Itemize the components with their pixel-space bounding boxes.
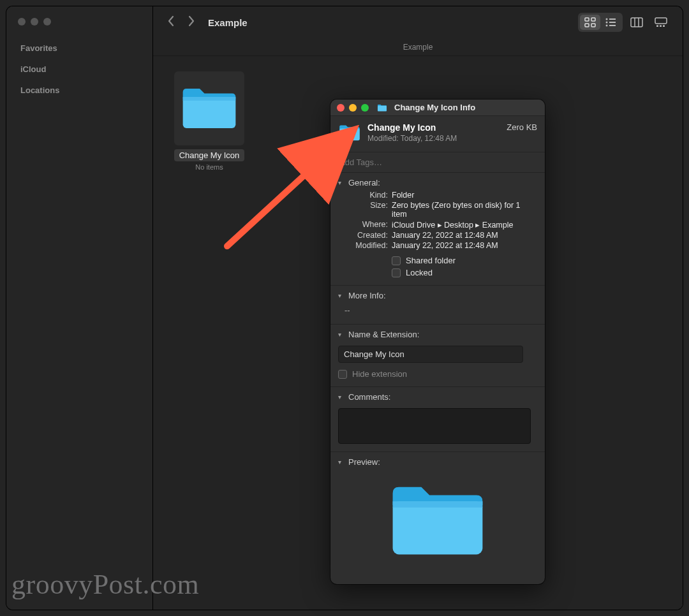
sidebar-heading-icloud[interactable]: iCloud bbox=[6, 61, 152, 82]
view-controls bbox=[578, 13, 671, 32]
window-controls bbox=[6, 15, 152, 40]
column-view-button[interactable] bbox=[626, 15, 647, 30]
svg-point-4 bbox=[606, 18, 608, 20]
shared-folder-row[interactable]: Shared folder bbox=[392, 256, 537, 265]
folder-icon bbox=[174, 71, 244, 145]
svg-rect-5 bbox=[609, 18, 616, 20]
chevron-down-icon: ▾ bbox=[338, 393, 344, 400]
titlebar-folder-icon bbox=[377, 103, 387, 112]
path-item[interactable]: Example bbox=[403, 43, 433, 52]
back-button[interactable] bbox=[165, 15, 177, 30]
section-comments-header[interactable]: ▾ Comments: bbox=[338, 392, 537, 404]
created-value: January 22, 2022 at 12:48 AM bbox=[392, 231, 537, 240]
svg-rect-16 bbox=[663, 26, 665, 27]
toolbar: Example bbox=[153, 6, 683, 38]
svg-point-8 bbox=[606, 25, 608, 27]
name-extension-input[interactable] bbox=[338, 346, 523, 363]
gallery-view-button[interactable] bbox=[651, 15, 671, 30]
where-value: iCloud Drive ▸ Desktop ▸ Example bbox=[392, 220, 537, 230]
chevron-down-icon: ▾ bbox=[338, 331, 344, 338]
section-preview: ▾ Preview: bbox=[330, 452, 545, 584]
sidebar-heading-locations[interactable]: Locations bbox=[6, 82, 152, 103]
chevron-down-icon: ▾ bbox=[338, 179, 344, 186]
more-info-value: -- bbox=[338, 303, 537, 316]
chevron-down-icon: ▾ bbox=[338, 292, 344, 299]
section-general-header[interactable]: ▾ General: bbox=[338, 178, 537, 190]
list-view-button[interactable] bbox=[600, 15, 621, 30]
svg-rect-2 bbox=[585, 24, 589, 27]
forward-button[interactable] bbox=[185, 15, 198, 30]
svg-rect-15 bbox=[660, 26, 662, 27]
close-dot[interactable] bbox=[18, 18, 26, 26]
section-name-ext-header[interactable]: ▾ Name & Extension: bbox=[338, 330, 537, 342]
locked-row[interactable]: Locked bbox=[392, 268, 537, 277]
svg-rect-7 bbox=[609, 22, 616, 23]
info-window-title: Change My Icon Info bbox=[394, 103, 475, 112]
preview-icon bbox=[338, 469, 537, 576]
sidebar: Favorites iCloud Locations bbox=[6, 6, 153, 610]
section-more-info-header[interactable]: ▾ More Info: bbox=[338, 291, 537, 303]
svg-rect-21 bbox=[393, 501, 483, 554]
shared-folder-checkbox[interactable] bbox=[392, 256, 401, 265]
window-title: Example bbox=[208, 17, 248, 28]
tags-field[interactable]: Add Tags… bbox=[330, 152, 545, 173]
folder-name: Change My Icon bbox=[174, 149, 245, 161]
chevron-down-icon: ▾ bbox=[338, 458, 344, 466]
svg-rect-19 bbox=[378, 106, 387, 111]
minimize-button[interactable] bbox=[349, 104, 357, 112]
hide-extension-row[interactable]: Hide extension bbox=[338, 369, 537, 379]
modified-value: January 22, 2022 at 12:48 AM bbox=[392, 241, 537, 250]
info-header: Change My Icon Modified: Today, 12:48 AM… bbox=[330, 116, 545, 152]
svg-rect-9 bbox=[609, 25, 616, 26]
hide-extension-checkbox[interactable] bbox=[338, 370, 347, 379]
svg-rect-20 bbox=[339, 129, 360, 141]
zoom-dot[interactable] bbox=[43, 18, 51, 26]
svg-rect-18 bbox=[183, 97, 236, 101]
folder-item[interactable]: Change My Icon No items bbox=[165, 71, 254, 171]
svg-point-6 bbox=[606, 22, 608, 24]
zoom-button[interactable] bbox=[361, 104, 369, 112]
svg-rect-0 bbox=[585, 18, 589, 21]
sidebar-heading-favorites[interactable]: Favorites bbox=[6, 40, 152, 61]
comments-textarea[interactable] bbox=[338, 408, 531, 444]
info-header-icon[interactable] bbox=[338, 122, 361, 145]
locked-checkbox[interactable] bbox=[392, 268, 401, 277]
view-segment bbox=[578, 13, 623, 32]
svg-rect-13 bbox=[655, 18, 667, 24]
minimize-dot[interactable] bbox=[31, 18, 38, 26]
get-info-window: Change My Icon Info Change My Icon Modif… bbox=[330, 99, 545, 584]
info-name: Change My Icon bbox=[367, 122, 500, 133]
section-comments: ▾ Comments: bbox=[330, 387, 545, 452]
info-size: Zero KB bbox=[507, 122, 537, 132]
kind-value: Folder bbox=[392, 191, 537, 200]
info-titlebar[interactable]: Change My Icon Info bbox=[330, 99, 545, 116]
section-general: ▾ General: Kind:Folder Size:Zero bytes (… bbox=[330, 173, 545, 286]
section-name-extension: ▾ Name & Extension: Hide extension bbox=[330, 325, 545, 387]
section-preview-header[interactable]: ▾ Preview: bbox=[338, 457, 537, 469]
svg-rect-14 bbox=[656, 26, 658, 27]
svg-rect-17 bbox=[183, 97, 236, 128]
path-bar: Example bbox=[153, 38, 683, 56]
watermark: groovyPost.com bbox=[11, 568, 199, 601]
close-button[interactable] bbox=[337, 104, 344, 112]
folder-subtitle: No items bbox=[165, 163, 254, 171]
svg-rect-22 bbox=[393, 501, 483, 508]
svg-rect-1 bbox=[591, 18, 595, 21]
section-more-info: ▾ More Info: -- bbox=[330, 286, 545, 325]
size-value: Zero bytes (Zero bytes on disk) for 1 it… bbox=[392, 201, 537, 219]
icon-view-button[interactable] bbox=[580, 15, 600, 30]
svg-rect-10 bbox=[631, 18, 642, 27]
info-modified: Modified: Today, 12:48 AM bbox=[367, 134, 500, 143]
svg-rect-3 bbox=[591, 24, 595, 27]
tags-placeholder: Add Tags… bbox=[339, 158, 382, 167]
